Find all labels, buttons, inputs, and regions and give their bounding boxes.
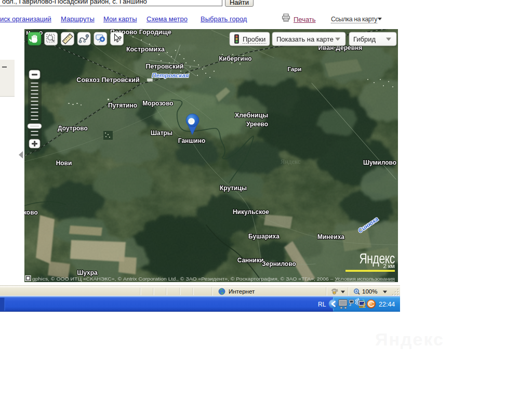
svg-text:RL: RL xyxy=(318,301,326,308)
svg-text:Показать на карте: Показать на карте xyxy=(276,35,334,43)
svg-text:Костромиха: Костромиха xyxy=(126,46,165,53)
svg-text:Морозово: Морозово xyxy=(142,100,173,107)
svg-text:ково: ково xyxy=(24,209,38,216)
svg-text:2: 2 xyxy=(363,303,366,309)
svg-text:Шухра: Шухра xyxy=(77,269,98,276)
svg-text:Нови: Нови xyxy=(56,159,72,167)
svg-text:Гари: Гари xyxy=(288,66,302,72)
svg-text:Минеиха: Минеиха xyxy=(317,233,344,241)
svg-text:Петровская: Петровская xyxy=(152,72,189,78)
svg-text:Совхоз Петровский: Совхоз Петровский xyxy=(76,76,139,84)
svg-text:Зернилово: Зернилово xyxy=(262,260,296,268)
svg-text:Интернет: Интернет xyxy=(229,288,255,295)
svg-text:Шумилово: Шумилово xyxy=(363,159,396,166)
svg-text:100%: 100% xyxy=(362,288,377,295)
svg-text:gphics, © ООО ИТЦ «СКАНЭКС», ©: gphics, © ООО ИТЦ «СКАНЭКС», © Antrix Co… xyxy=(32,276,395,282)
svg-text:?: ? xyxy=(118,35,122,42)
svg-text:Кибергино: Кибергино xyxy=(219,55,251,62)
svg-text:Никульское: Никульское xyxy=(233,208,269,216)
svg-text:Яндекс: Яндекс xyxy=(281,158,301,165)
svg-text:Ганшино: Ганшино xyxy=(178,137,206,144)
svg-text:Санники: Санники xyxy=(237,257,264,264)
svg-text:Доутрово: Доутрово xyxy=(58,125,88,132)
svg-text:Пробки: Пробки xyxy=(243,35,265,43)
svg-text:Уреево: Уреево xyxy=(246,121,268,128)
svg-text:22:44: 22:44 xyxy=(379,301,395,308)
svg-text:Бушариха: Бушариха xyxy=(248,233,280,240)
svg-text:Петровский: Петровский xyxy=(145,63,183,70)
svg-text:Шатры: Шатры xyxy=(151,129,172,137)
svg-text:Гибрид: Гибрид xyxy=(353,35,376,43)
svg-text:Крутицы: Крутицы xyxy=(220,184,247,192)
svg-text:Путятино: Путятино xyxy=(108,102,137,109)
svg-text:2 км: 2 км xyxy=(383,263,395,269)
svg-text:Хлебницы: Хлебницы xyxy=(235,112,268,119)
